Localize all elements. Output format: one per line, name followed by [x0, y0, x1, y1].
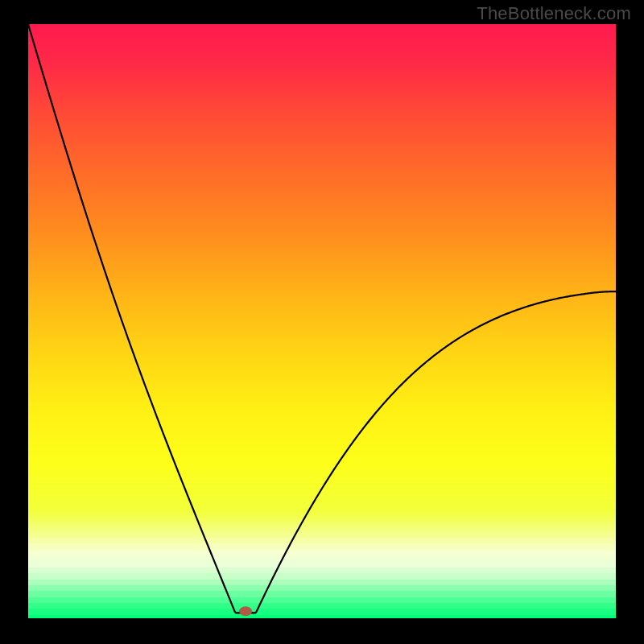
plot-area	[28, 24, 616, 618]
chart-frame: TheBottleneck.com	[0, 0, 644, 644]
chart-canvas	[28, 24, 616, 618]
watermark-label: TheBottleneck.com	[477, 3, 631, 24]
